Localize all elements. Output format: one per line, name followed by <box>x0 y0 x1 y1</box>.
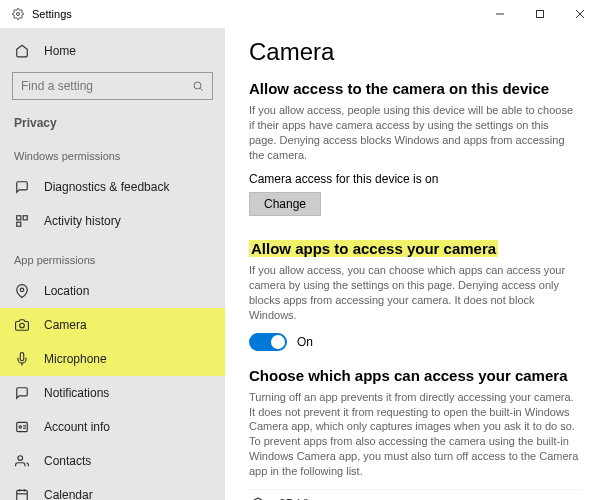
sidebar-item-home[interactable]: Home <box>0 34 225 68</box>
svg-rect-9 <box>17 222 21 226</box>
microphone-icon <box>14 351 30 367</box>
account-icon <box>14 419 30 435</box>
sidebar-group-app: App permissions <box>0 246 225 274</box>
svg-rect-18 <box>17 490 28 500</box>
section3-description: Turning off an app prevents it from dire… <box>249 390 579 479</box>
sidebar-item-label: Calendar <box>44 488 93 500</box>
activity-icon <box>14 213 30 229</box>
calendar-icon <box>14 487 30 500</box>
sidebar-item-label: Camera <box>44 318 87 332</box>
main-content: Camera Allow access to the camera on thi… <box>225 28 600 500</box>
close-button[interactable] <box>560 0 600 28</box>
sidebar-item-label: Activity history <box>44 214 121 228</box>
gear-icon <box>12 8 24 20</box>
svg-rect-8 <box>23 216 27 220</box>
app-list-item[interactable]: 3D Viewer <box>249 489 582 500</box>
sidebar-item-microphone[interactable]: Microphone <box>0 342 225 376</box>
sidebar-group-windows: Windows permissions <box>0 142 225 170</box>
sidebar-item-account[interactable]: Account info <box>0 410 225 444</box>
svg-point-5 <box>194 82 201 89</box>
titlebar: Settings <box>0 0 600 28</box>
allow-apps-toggle[interactable] <box>249 333 287 351</box>
sidebar: Home Find a setting Privacy Windows perm… <box>0 28 225 500</box>
sidebar-item-label: Home <box>44 44 76 58</box>
change-button[interactable]: Change <box>249 192 321 216</box>
maximize-button[interactable] <box>520 0 560 28</box>
location-icon <box>14 283 30 299</box>
sidebar-item-label: Location <box>44 284 89 298</box>
contacts-icon <box>14 453 30 469</box>
section3-heading: Choose which apps can access your camera <box>249 367 582 384</box>
search-icon <box>192 80 204 92</box>
section2-heading: Allow apps to access your camera <box>249 240 498 257</box>
search-placeholder: Find a setting <box>21 79 192 93</box>
section1-description: If you allow access, people using this d… <box>249 103 579 162</box>
sidebar-item-label: Contacts <box>44 454 91 468</box>
sidebar-section-privacy: Privacy <box>0 108 225 134</box>
sidebar-item-label: Notifications <box>44 386 109 400</box>
section2-description: If you allow access, you can choose whic… <box>249 263 579 322</box>
sidebar-item-activity[interactable]: Activity history <box>0 204 225 238</box>
sidebar-item-calendar[interactable]: Calendar <box>0 478 225 500</box>
window-title: Settings <box>32 8 72 20</box>
svg-point-10 <box>20 288 24 292</box>
camera-icon <box>14 317 30 333</box>
minimize-button[interactable] <box>480 0 520 28</box>
svg-rect-2 <box>537 10 544 17</box>
sidebar-item-label: Diagnostics & feedback <box>44 180 169 194</box>
svg-point-14 <box>19 426 21 428</box>
sidebar-item-notifications[interactable]: Notifications <box>0 376 225 410</box>
svg-line-6 <box>200 88 202 90</box>
feedback-icon <box>14 179 30 195</box>
cube-icon <box>249 495 267 500</box>
sidebar-item-contacts[interactable]: Contacts <box>0 444 225 478</box>
svg-point-0 <box>17 12 20 15</box>
page-title: Camera <box>249 38 582 66</box>
svg-point-11 <box>20 323 25 328</box>
home-icon <box>14 43 30 59</box>
sidebar-item-location[interactable]: Location <box>0 274 225 308</box>
toggle-label: On <box>297 335 313 349</box>
svg-rect-7 <box>17 216 21 220</box>
section1-heading: Allow access to the camera on this devic… <box>249 80 582 97</box>
search-input[interactable]: Find a setting <box>12 72 213 100</box>
sidebar-item-camera[interactable]: Camera <box>0 308 225 342</box>
sidebar-item-label: Account info <box>44 420 110 434</box>
svg-point-17 <box>18 456 23 461</box>
sidebar-item-label: Microphone <box>44 352 107 366</box>
camera-access-status: Camera access for this device is on <box>249 172 582 186</box>
sidebar-item-diagnostics[interactable]: Diagnostics & feedback <box>0 170 225 204</box>
notifications-icon <box>14 385 30 401</box>
